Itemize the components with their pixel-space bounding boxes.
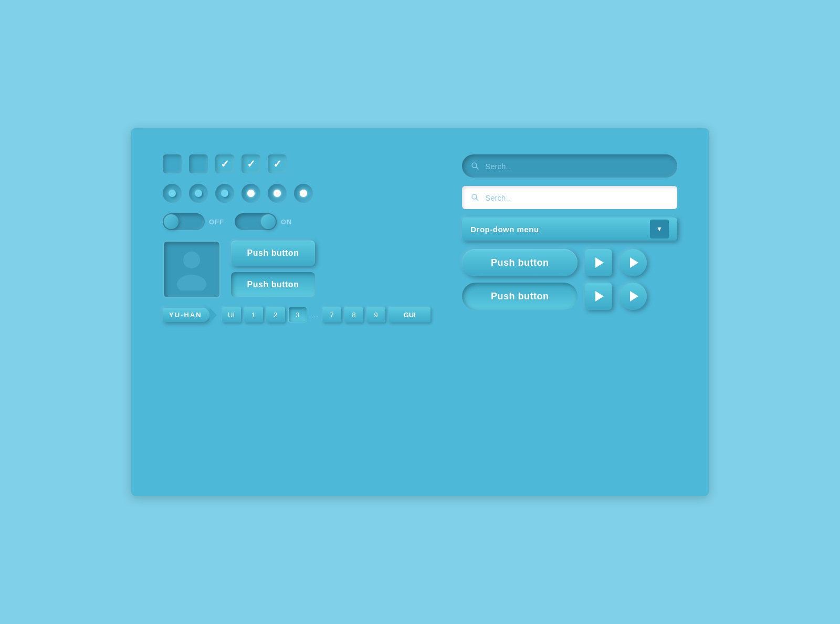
page-btn-1[interactable]: 1 [244, 307, 263, 323]
radio-inner-2 [195, 190, 202, 197]
right-btn-row-2: Push button [462, 283, 677, 310]
svg-point-0 [183, 252, 200, 268]
avatar-buttons-row: Push button Push button [163, 241, 430, 298]
tag-arrow-icon [209, 308, 217, 323]
toggle-on-label: ON [281, 218, 292, 226]
checkbox-1[interactable] [163, 154, 182, 173]
push-button-pill-1[interactable]: Push button [462, 249, 578, 276]
search-icon-dark [470, 161, 480, 171]
dropdown-label: Drop-down menu [470, 225, 539, 234]
checkbox-2[interactable] [189, 154, 208, 173]
gui-button[interactable]: GUI [388, 307, 430, 323]
radios-row [163, 184, 430, 203]
checkbox-3[interactable]: ✓ [215, 154, 234, 173]
radio-3[interactable] [215, 184, 234, 203]
radio-inner-4 [247, 190, 255, 197]
right-buttons-section: Push button Push button [462, 249, 677, 310]
search-icon-light [470, 193, 480, 202]
svg-line-3 [476, 167, 478, 169]
play-triangle-circle-icon-2 [630, 291, 638, 301]
toggle-off[interactable] [163, 213, 205, 230]
page-dots: ... [310, 310, 320, 319]
play-triangle-icon-2 [595, 291, 604, 301]
radio-5[interactable] [268, 184, 287, 203]
search-bar-light[interactable]: Serch.. [462, 186, 677, 209]
checkmark-icon: ✓ [220, 158, 229, 170]
search-bar-dark[interactable]: Serch.. [462, 154, 677, 178]
tag-container: YU-HAN [163, 308, 209, 322]
checkmark-icon: ✓ [273, 158, 282, 170]
play-button-square-2[interactable] [585, 283, 612, 310]
radio-inner-6 [300, 190, 307, 197]
page-btn-8[interactable]: 8 [344, 307, 363, 323]
right-column: Serch.. Serch.. Drop-down menu ▼ [462, 154, 677, 310]
radio-6[interactable] [294, 184, 313, 203]
checkboxes-row: ✓ ✓ ✓ [163, 154, 430, 173]
left-column: ✓ ✓ ✓ [163, 154, 430, 323]
page-btn-7[interactable]: 7 [322, 307, 341, 323]
push-button-pill-2[interactable]: Push button [462, 283, 578, 310]
toggle-on[interactable] [235, 213, 277, 230]
toggle-thumb-off [164, 214, 178, 229]
tag-label: YU-HAN [163, 308, 209, 322]
ui-kit-container: ✓ ✓ ✓ [131, 128, 709, 496]
toggle-off-label: OFF [209, 218, 224, 226]
toggle-on-wrap: ON [235, 213, 292, 230]
radio-2[interactable] [189, 184, 208, 203]
radio-inner-1 [169, 190, 176, 197]
right-btn-row-1: Push button [462, 249, 677, 276]
toggle-off-wrap: OFF [163, 213, 224, 230]
push-button-rect-1[interactable]: Push button [231, 241, 315, 266]
toggle-thumb-on [261, 214, 276, 229]
page-btn-3[interactable]: 3 [288, 307, 307, 323]
push-button-rect-2[interactable]: Push button [231, 272, 315, 297]
push-buttons-column: Push button Push button [231, 241, 315, 297]
search-placeholder-dark: Serch.. [485, 162, 510, 171]
radio-inner-5 [274, 190, 281, 197]
page-btn-9[interactable]: 9 [366, 307, 385, 323]
radio-4[interactable] [242, 184, 260, 203]
radio-1[interactable] [163, 184, 182, 203]
avatar-frame [163, 241, 220, 298]
dropdown[interactable]: Drop-down menu ▼ [462, 217, 677, 241]
toggles-row: OFF ON [163, 213, 430, 230]
pagination-row: UI 1 2 3 ... 7 8 9 GUI [222, 307, 431, 323]
svg-line-5 [476, 199, 478, 201]
play-button-square-1[interactable] [585, 249, 612, 276]
checkbox-4[interactable]: ✓ [242, 154, 260, 173]
search-placeholder-light: Serch.. [485, 193, 510, 202]
play-button-circle-1[interactable] [620, 249, 647, 276]
play-button-circle-2[interactable] [620, 283, 647, 310]
checkmark-icon: ✓ [247, 158, 256, 170]
dropdown-arrow-icon: ▼ [656, 225, 663, 233]
page-btn-2[interactable]: 2 [266, 307, 285, 323]
play-triangle-circle-icon [630, 257, 638, 268]
radio-inner-3 [221, 190, 228, 197]
page-btn-ui[interactable]: UI [222, 307, 241, 323]
svg-point-1 [177, 275, 206, 290]
checkbox-5[interactable]: ✓ [268, 154, 287, 173]
play-triangle-icon [595, 257, 604, 268]
dropdown-arrow-button[interactable]: ▼ [650, 220, 669, 238]
bottom-left: Push button Push button YU-HAN UI 1 2 3 [163, 241, 430, 323]
avatar-icon [173, 248, 210, 290]
